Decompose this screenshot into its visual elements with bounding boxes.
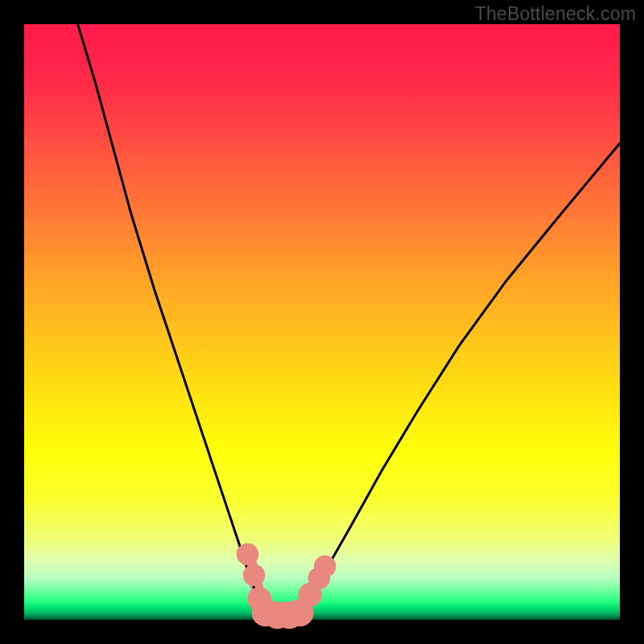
- chart-plot-area: [24, 24, 620, 620]
- series-right-curve: [298, 143, 620, 614]
- chart-frame: TheBottleneck.com: [0, 0, 644, 644]
- watermark-text: TheBottleneck.com: [475, 3, 636, 25]
- marker-dot: [237, 543, 259, 566]
- curve-lines: [78, 24, 620, 615]
- series-left-curve: [78, 24, 266, 614]
- marker-dot: [243, 564, 266, 587]
- chart-svg: [24, 24, 620, 620]
- marker-dot: [314, 555, 336, 578]
